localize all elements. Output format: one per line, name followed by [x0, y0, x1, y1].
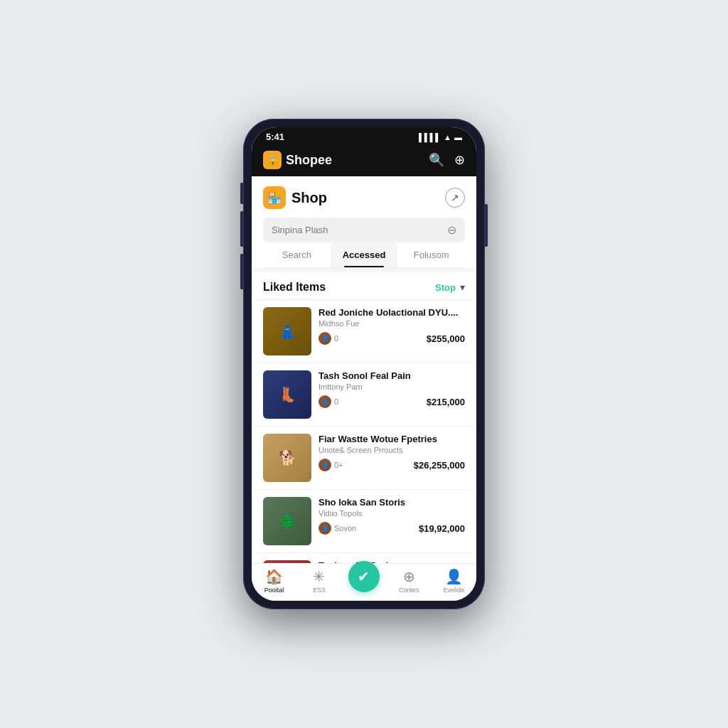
item-price-1: $255,000: [427, 333, 465, 344]
nav-item-es3[interactable]: ✳ ES3: [301, 568, 337, 594]
nav-item-center[interactable]: ✔: [346, 568, 382, 594]
list-item[interactable]: 🐕 Fiar Wastte Wotue Fpetries Unote& Scre…: [252, 426, 476, 489]
item-avatar-count-1: 👤 0: [318, 332, 338, 345]
download-icon[interactable]: ⊕: [454, 152, 465, 168]
item-avatar-count-4: 👤 Sovon: [318, 522, 356, 535]
list-item[interactable]: 👗 Red Joniche Uolactional DYU.... Midhso…: [252, 299, 476, 363]
item-subtitle-2: Imttony Pam: [318, 382, 465, 391]
chevron-down-icon[interactable]: ▾: [460, 282, 465, 293]
brand-icon: 🔒: [263, 151, 282, 169]
item-price-2: $215,000: [427, 397, 465, 407]
item-details-5: Taning slor Soris Yiòlio Rugnies, Fassfr…: [318, 560, 465, 563]
item-price-4: $19,92,000: [419, 523, 465, 534]
item-name-2: Tash Sonol Feal Pain: [318, 370, 465, 381]
tabs: Search Accessed Folusom: [263, 242, 465, 268]
search-clear-icon[interactable]: ⊖: [447, 223, 456, 237]
shop-card: 🏪 Shop ↗ ⊖ Search Accessed Folusom: [252, 176, 476, 268]
shop-title: Shop: [291, 190, 327, 206]
liked-items-title: Liked Items: [263, 281, 326, 294]
item-thumbnail-5: 🎭: [263, 560, 311, 563]
item-name-1: Red Joniche Uolactional DYU....: [318, 307, 465, 318]
item-details-3: Fiar Wastte Wotue Fpetries Unote& Screen…: [318, 434, 465, 471]
nav-item-evelide[interactable]: 👤 Evelide: [436, 568, 471, 594]
item-count-3: 0+: [334, 461, 343, 469]
list-item[interactable]: 👢 Tash Sonol Feal Pain Imttony Pam 👤 0: [252, 363, 476, 426]
status-bar: 5:41 ▌▌▌▌ ▲ ▬: [252, 127, 476, 145]
user-icon: 👤: [445, 568, 463, 585]
item-meta-2: 👤 0 $215,000: [318, 395, 465, 408]
status-icons: ▌▌▌▌ ▲ ▬: [419, 133, 462, 141]
item-count-2: 0: [334, 397, 338, 406]
shop-action-button[interactable]: ↗: [445, 188, 465, 208]
nav-label-pooital: Pooital: [264, 587, 284, 594]
brand-logo: 🔒 Shopee: [263, 151, 332, 169]
plus-circle-icon: ⊕: [403, 568, 415, 585]
star-icon: ✳: [313, 568, 325, 585]
nav-item-contes[interactable]: ⊕ Contes: [391, 568, 427, 594]
item-meta-1: 👤 0 $255,000: [318, 332, 465, 345]
nav-icons: 🔍 ⊕: [429, 152, 465, 168]
list-item[interactable]: 🎭 Taning slor Soris Yiòlio Rugnies, Fass…: [252, 552, 476, 563]
item-thumbnail-4: 🌲: [263, 497, 311, 545]
tab-folusom[interactable]: Folusom: [397, 242, 465, 267]
signal-icon: ▌▌▌▌: [419, 133, 441, 141]
top-nav: 🔒 Shopee 🔍 ⊕: [252, 145, 476, 176]
item-subtitle-3: Unote& Screen Prroucts: [318, 446, 465, 454]
shop-search-input[interactable]: [272, 225, 441, 235]
shop-header: 🏪 Shop ↗: [263, 186, 465, 209]
list-item[interactable]: 🌲 Sho loka San Storis Vidiio Topols 👤 So…: [252, 489, 476, 552]
liked-controls: Stop ▾: [435, 282, 465, 293]
item-thumbnail-1: 👗: [263, 307, 311, 355]
mini-avatar-4: 👤: [318, 522, 331, 535]
item-avatar-count-2: 👤 0: [318, 395, 338, 408]
tab-search[interactable]: Search: [263, 242, 331, 267]
item-count-4: Sovon: [334, 524, 356, 532]
item-details-2: Tash Sonol Feal Pain Imttony Pam 👤 0 $21…: [318, 370, 465, 408]
item-avatar-count-3: 👤 0+: [318, 459, 343, 471]
brand-name: Shopee: [286, 153, 332, 168]
item-thumbnail-3: 🐕: [263, 434, 311, 482]
shop-icon: 🏪: [263, 186, 286, 209]
nav-label-es3: ES3: [313, 587, 325, 594]
liked-header: Liked Items Stop ▾: [252, 272, 476, 299]
search-bar: ⊖: [263, 218, 465, 242]
status-time: 5:41: [266, 132, 284, 142]
item-thumbnail-2: 👢: [263, 370, 311, 419]
bottom-nav: 🏠 Pooital ✳ ES3 ✔ ⊕ Contes 👤 Evelide: [252, 563, 476, 601]
item-name-5: Taning slor Soris: [318, 560, 465, 563]
item-name-4: Sho loka San Storis: [318, 497, 465, 508]
stop-button[interactable]: Stop: [435, 282, 456, 293]
item-subtitle-4: Vidiio Topols: [318, 509, 465, 518]
home-icon: 🏠: [265, 568, 283, 585]
shop-title-row: 🏪 Shop: [263, 186, 327, 209]
item-details-1: Red Joniche Uolactional DYU.... Midhso F…: [318, 307, 465, 345]
nav-item-pooital[interactable]: 🏠 Pooital: [257, 568, 292, 594]
tab-accessed[interactable]: Accessed: [331, 242, 398, 267]
item-meta-4: 👤 Sovon $19,92,000: [318, 522, 465, 535]
liked-section: Liked Items Stop ▾ 👗 Red Joniche Uolacti…: [252, 272, 476, 563]
mini-avatar-2: 👤: [318, 395, 331, 408]
nav-label-contes: Contes: [399, 587, 419, 594]
battery-icon: ▬: [454, 133, 462, 141]
mini-avatar-3: 👤: [318, 459, 331, 471]
search-icon[interactable]: 🔍: [429, 152, 444, 168]
center-action-button[interactable]: ✔: [348, 561, 380, 592]
nav-label-evelide: Evelide: [444, 587, 465, 594]
content-area: 🏪 Shop ↗ ⊖ Search Accessed Folusom: [252, 176, 476, 563]
item-subtitle-1: Midhso Fue: [318, 319, 465, 328]
item-details-4: Sho loka San Storis Vidiio Topols 👤 Sovo…: [318, 497, 465, 535]
wifi-icon: ▲: [444, 133, 451, 141]
item-meta-3: 👤 0+ $26,255,000: [318, 459, 465, 471]
item-count-1: 0: [334, 334, 338, 343]
item-name-3: Fiar Wastte Wotue Fpetries: [318, 434, 465, 444]
item-price-3: $26,255,000: [414, 460, 465, 471]
mini-avatar-1: 👤: [318, 332, 331, 345]
